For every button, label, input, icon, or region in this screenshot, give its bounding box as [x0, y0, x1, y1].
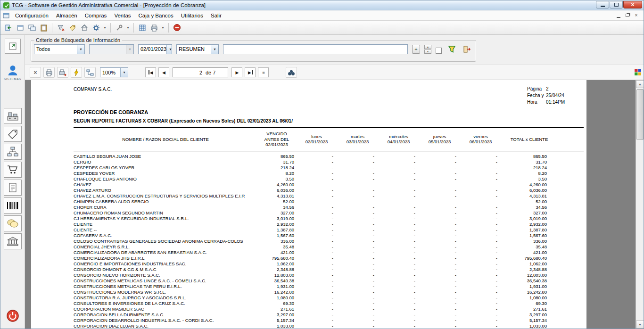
clear-filter-button[interactable] [55, 22, 66, 33]
column-header-name: NOMBRE / RAZON SOCIAL DEL CLIENTE [74, 128, 257, 151]
chevron-down-icon[interactable]: ▾ [211, 45, 218, 54]
table-cell: - [378, 312, 419, 318]
shutdown-button[interactable] [172, 22, 182, 33]
date-combo[interactable]: 02/01/2023 ▾ [138, 44, 172, 54]
table-row: CLIENTE --1,387.80-----1,387.80 [74, 227, 584, 233]
prev-page-button[interactable]: ◀ [158, 67, 169, 77]
next-page-button[interactable]: ▶ [231, 67, 242, 77]
table-cell: CONSORCIO NUEVO HORIZONTE S.A.C. [74, 272, 257, 278]
close-report-button[interactable]: × [30, 67, 41, 78]
tools-wrench-button[interactable] [114, 22, 124, 33]
table-cell: - [460, 165, 501, 171]
vertical-scrollbar[interactable]: ▲ ▼ [636, 80, 644, 329]
mdi-minimize-button[interactable] [614, 12, 622, 19]
maximize-button[interactable] [610, 1, 623, 8]
last-page-button[interactable]: ▶ [245, 67, 256, 77]
table-cell: 52.00 [257, 199, 296, 205]
tools-dropdown-button[interactable]: ▾ [125, 22, 131, 33]
open-form-button[interactable] [5, 39, 21, 54]
stop-loading-button[interactable]: ■ [258, 67, 269, 77]
sidebar-item-barcode[interactable] [4, 197, 22, 214]
paste-clipboard-button[interactable] [38, 22, 49, 33]
print-report-button[interactable] [43, 67, 55, 78]
menu-item-compras[interactable]: Compras [81, 11, 111, 20]
table-cell: - [337, 244, 378, 250]
print-button[interactable] [149, 22, 159, 33]
scroll-up-button[interactable]: ▲ [636, 80, 644, 88]
scroll-thumb[interactable] [636, 89, 644, 140]
menu-item-salir[interactable]: Salir [207, 11, 225, 20]
table-cell: - [460, 171, 501, 176]
first-page-button[interactable]: ◀ [145, 67, 156, 77]
settings-gear-button[interactable] [91, 22, 101, 33]
sidebar-item-price-tag[interactable] [4, 126, 22, 142]
exit-form-button[interactable] [3, 22, 14, 33]
table-cell: - [419, 193, 460, 199]
table-body: CASTILLO SEGURA JUAN JOSE865.50-----865.… [74, 151, 584, 329]
clear-filter-icon [57, 24, 65, 32]
apply-filter-button[interactable] [446, 44, 457, 54]
scroll-down-button[interactable]: ▼ [636, 321, 644, 329]
table-cell: 1,387.80 [257, 227, 296, 233]
sidebar-item-bank[interactable] [4, 233, 22, 249]
table-row: CJ HERRAMIENTAS Y SEGURIDAD INDUSTRIAL S… [74, 216, 584, 222]
menu-item-utilitarios[interactable]: Utilitarios [177, 11, 207, 20]
date-value: 25/04/24 [546, 92, 564, 99]
spin-up-button[interactable]: ▴ [424, 45, 431, 49]
paste-clipboard-icon [40, 24, 48, 32]
mode-combo[interactable]: RESUMEN ▾ [176, 44, 219, 54]
new-window-button[interactable] [15, 22, 25, 33]
table-cell: - [419, 244, 460, 250]
print-dropdown-button[interactable]: ▾ [160, 22, 165, 33]
table-cell: - [460, 159, 501, 165]
menu-item-ventas[interactable]: Ventas [110, 11, 134, 20]
menu-item-configuraci-n[interactable]: Configuración [11, 11, 52, 20]
export-report-button[interactable] [57, 67, 68, 78]
settings-dropdown-button[interactable]: ▾ [102, 22, 107, 33]
minimize-button[interactable] [596, 1, 609, 8]
criteria-checkbox[interactable] [436, 48, 442, 54]
sidebar-item-coins[interactable] [4, 215, 22, 231]
tag-button[interactable] [67, 22, 78, 33]
menu-item-almac-n[interactable]: Almacén [52, 11, 81, 20]
power-off-button[interactable] [6, 309, 20, 323]
table-cell: 3,019.00 [501, 216, 584, 222]
sidebar-item-production[interactable] [4, 108, 22, 124]
zoom-combo[interactable]: 100% ▾ [100, 67, 128, 77]
meta-page-row: Página 2 [527, 86, 565, 92]
add-criteria-button[interactable]: + [412, 45, 420, 54]
spin-down-button[interactable]: ▾ [424, 49, 431, 54]
keypad-button[interactable] [137, 22, 148, 33]
table-cell: - [337, 261, 378, 267]
table-row: CONSTRUCCIONES MODERNAS WP. S.R.L.16,242… [74, 289, 584, 295]
find-button[interactable] [286, 67, 297, 78]
table-cell: 3,297.00 [501, 312, 584, 318]
window-mode-button[interactable] [633, 67, 643, 77]
exit-search-button[interactable] [462, 44, 473, 54]
sidebar-item-flowchart[interactable] [4, 144, 22, 160]
menu-item-caja-y-bancos[interactable]: Caja y Bancos [135, 11, 177, 20]
table-cell: - [419, 210, 460, 216]
refresh-report-button[interactable] [71, 67, 82, 78]
sidebar-item-shopping-cart[interactable] [4, 162, 22, 178]
table-cell: - [460, 193, 501, 199]
page-number-input[interactable] [173, 68, 202, 76]
power-off-icon [6, 309, 19, 322]
mdi-restore-button[interactable] [623, 12, 631, 19]
filter-combo[interactable]: Todos ▾ [34, 44, 85, 54]
chevron-down-icon[interactable]: ▾ [120, 68, 128, 77]
sidebar-item-clipboard[interactable] [4, 180, 22, 196]
table-cell: CLIENTE -- [74, 227, 257, 233]
chevron-down-icon[interactable]: ▾ [166, 45, 172, 54]
copy-window-button[interactable] [26, 22, 37, 33]
table-cell: - [296, 239, 337, 244]
close-button[interactable]: × [623, 1, 642, 8]
home-button[interactable] [79, 22, 90, 33]
secondary-combo[interactable]: ▾ [89, 44, 134, 54]
chevron-down-icon[interactable]: ▾ [77, 45, 84, 54]
mdi-close-button[interactable]: × [632, 12, 640, 19]
group-tree-button[interactable] [84, 67, 96, 78]
search-input[interactable] [223, 44, 408, 54]
table-cell: COMERCIALIZADORA JHS E.I.R.L [74, 255, 257, 261]
last-page-bar [252, 70, 253, 74]
